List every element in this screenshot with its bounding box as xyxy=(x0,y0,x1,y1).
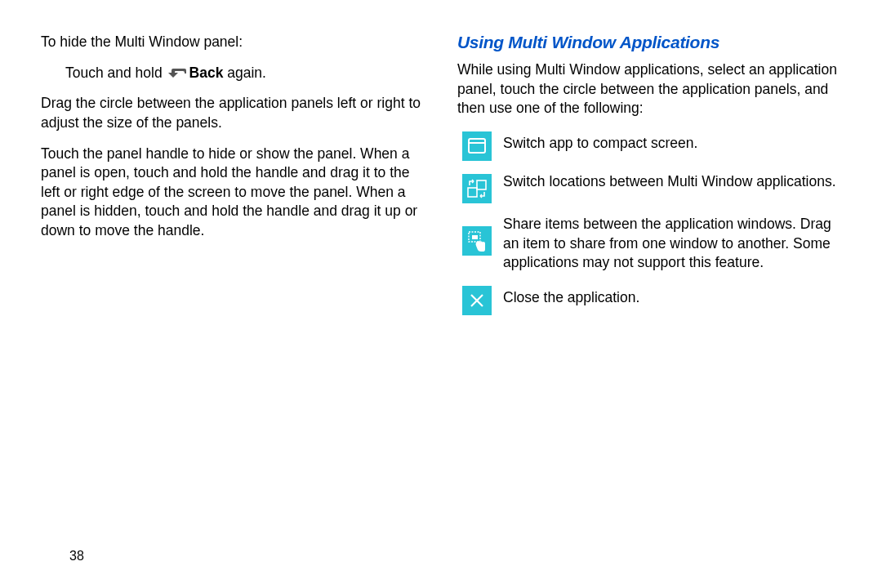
drag-circle-para: Drag the circle between the application … xyxy=(41,94,425,132)
panel-handle-para: Touch the panel handle to hide or show t… xyxy=(41,145,425,241)
share-items-icon xyxy=(462,226,492,256)
action-text: Share items between the application wind… xyxy=(503,215,841,273)
svg-rect-0 xyxy=(469,139,485,153)
left-column: To hide the Multi Window panel: Touch an… xyxy=(41,33,425,327)
right-column: Using Multi Window Applications While us… xyxy=(457,33,841,327)
section-heading: Using Multi Window Applications xyxy=(457,33,841,52)
action-text: Switch locations between Multi Window ap… xyxy=(503,172,841,192)
action-text: Switch app to compact screen. xyxy=(503,130,841,154)
compact-screen-icon xyxy=(462,131,492,161)
svg-rect-3 xyxy=(477,180,486,189)
action-switch-locations: Switch locations between Multi Window ap… xyxy=(462,172,841,203)
action-compact-screen: Switch app to compact screen. xyxy=(462,130,841,161)
back-icon xyxy=(168,67,188,80)
hide-panel-intro: To hide the Multi Window panel: xyxy=(41,33,425,52)
action-text: Close the application. xyxy=(503,284,841,308)
svg-rect-5 xyxy=(472,235,478,239)
svg-rect-2 xyxy=(468,188,477,197)
action-close-app: Close the application. xyxy=(462,284,841,315)
action-share-items: Share items between the application wind… xyxy=(462,215,841,273)
section-intro: While using Multi Window applications, s… xyxy=(457,60,841,118)
page-number: 38 xyxy=(69,549,84,564)
close-icon xyxy=(462,286,492,315)
touch-hold-back: Touch and hold Back again. xyxy=(41,64,425,83)
switch-locations-icon xyxy=(462,174,492,203)
